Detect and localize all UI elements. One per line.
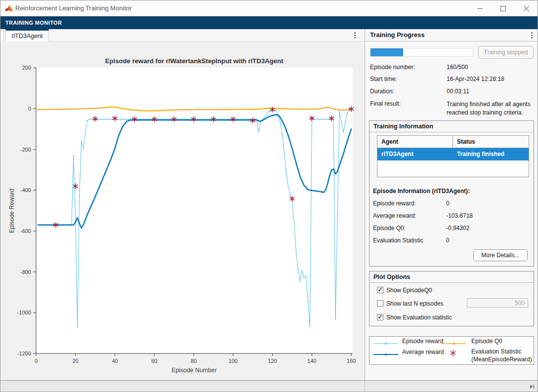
agent-status-table: Agent Status rlTD3Agent Training finishe… — [377, 135, 529, 177]
episode-q0-swatch — [442, 341, 466, 346]
plot-options-title: Plot Options — [370, 272, 534, 283]
toolstrip-tab-training-monitor[interactable]: TRAINING MONITOR — [5, 20, 62, 26]
maximize-icon — [500, 6, 506, 11]
start-time-value: 16-Apr-2024 12:28:18 — [447, 76, 504, 82]
more-details-button[interactable]: More Details... — [473, 249, 528, 261]
close-button[interactable] — [515, 0, 538, 16]
final-result-value: Training finished after all agents reach… — [447, 100, 535, 117]
table-row-rltd3agent[interactable]: rlTD3Agent Training finished — [377, 148, 529, 160]
show-episodeq0-label[interactable]: Show EpisodeQ0 — [386, 287, 432, 294]
episode-number-value: 160/500 — [447, 64, 468, 71]
evaluation-statistic-value: 0 — [446, 237, 450, 244]
training-progress-bar — [370, 48, 473, 57]
tab-rltd3agent[interactable]: rlTD3Agent — [5, 29, 49, 41]
minimize-icon — [477, 6, 483, 11]
final-result-label: Final result: — [370, 100, 401, 107]
n-episodes-input[interactable] — [467, 298, 528, 308]
svg-text:20: 20 — [73, 358, 79, 364]
svg-text:80: 80 — [191, 358, 197, 364]
show-last-n-episodes-label[interactable]: Show last N episodes — [386, 300, 443, 307]
episode-reward-swatch — [373, 341, 398, 346]
svg-text:Episode reward for rlWatertank: Episode reward for rlWatertankStepInput … — [105, 57, 284, 65]
start-time-label: Start time: — [370, 76, 397, 82]
collapse-panel-icon[interactable] — [529, 384, 535, 390]
training-progress-title: Training Progress — [370, 31, 425, 39]
status-bar — [0, 380, 538, 392]
duration-label: Duration: — [370, 88, 394, 95]
duration-value: 00:03:11 — [447, 88, 469, 95]
svg-text:40: 40 — [112, 358, 118, 364]
evaluation-statistic-label: Evaluation Statistic — [373, 237, 423, 244]
svg-text:60: 60 — [151, 358, 157, 364]
average-reward-swatch — [373, 352, 398, 357]
svg-text:Episode Reward: Episode Reward — [8, 189, 15, 233]
status-bar-divider — [365, 381, 365, 392]
progress-panel-menu-button[interactable] — [528, 31, 535, 39]
status-cell: Training finished — [453, 148, 529, 160]
close-icon — [524, 6, 529, 11]
episode-q0-value: -0.94302 — [446, 225, 469, 232]
document-tab-strip: rlTD3Agent — [0, 29, 365, 41]
svg-text:100: 100 — [229, 358, 238, 364]
episode-reward-label: Episode reward: — [373, 200, 416, 207]
show-evaluation-statistic-checkbox[interactable]: ✓ — [377, 314, 383, 320]
evaluation-statistic-marker — [450, 350, 456, 356]
training-progress-fill — [371, 48, 403, 56]
agent-cell: rlTD3Agent — [377, 148, 453, 160]
minimize-button[interactable] — [468, 0, 491, 16]
average-reward-value: -103.6718 — [446, 212, 473, 219]
svg-text:Episode Number: Episode Number — [171, 367, 217, 374]
legend-episode-q0: Episode Q0 — [471, 338, 502, 345]
legend-evaluation-statistic: Evaluation Statistic (MeanEpisodeReward) — [471, 348, 532, 363]
episode-reward-value: 0 — [446, 200, 450, 207]
average-reward-label: Average reward: — [373, 212, 416, 219]
table-header-row: Agent Status — [377, 136, 529, 148]
matlab-icon — [4, 5, 13, 12]
svg-text:200: 200 — [22, 65, 31, 71]
svg-text:-200: -200 — [20, 147, 31, 153]
show-episodeq0-checkbox[interactable]: ✓ — [377, 287, 383, 293]
svg-text:-400: -400 — [20, 187, 31, 193]
column-header-agent: Agent — [377, 136, 453, 148]
legend-episode-reward: Episode reward — [402, 338, 443, 345]
training-stopped-button[interactable]: Training stopped — [478, 46, 534, 59]
chart-legend: Episode reward Average reward Episode Q0… — [369, 336, 534, 365]
training-plot-figure: 0204060801001201401602000-200-400-600-80… — [0, 41, 365, 380]
show-evaluation-statistic-label[interactable]: Show Evaluation statistic — [386, 314, 452, 321]
window-title: Reinforcement Learning Training Monitor — [15, 4, 132, 12]
svg-text:140: 140 — [307, 358, 316, 364]
svg-text:0: 0 — [35, 358, 38, 364]
episode-reward-chart: 0204060801001201401602000-200-400-600-80… — [0, 41, 365, 380]
episode-information-title: Episode Information (rlTD3Agent): — [373, 188, 470, 195]
window-titlebar: Reinforcement Learning Training Monitor — [0, 0, 538, 16]
toolstrip: TRAINING MONITOR — [0, 16, 538, 29]
column-header-status: Status — [453, 136, 529, 148]
maximize-button[interactable] — [492, 0, 514, 16]
episode-q0-label: Episode Q0: — [373, 225, 406, 232]
show-last-n-episodes-checkbox[interactable] — [377, 300, 383, 307]
rl-training-monitor-window: Reinforcement Learning Training Monitor … — [0, 0, 538, 392]
legend-average-reward: Average reward — [402, 349, 444, 355]
plot-panel-menu-button[interactable] — [351, 31, 358, 39]
svg-text:-800: -800 — [20, 269, 31, 275]
svg-text:-1000: -1000 — [17, 310, 31, 315]
svg-text:0: 0 — [28, 106, 31, 112]
episode-number-label: Episode number: — [370, 64, 415, 71]
svg-text:-1200: -1200 — [17, 351, 31, 356]
training-progress-header: Training Progress — [365, 29, 538, 41]
training-information-title: Training Information — [370, 121, 534, 132]
svg-text:120: 120 — [268, 358, 277, 364]
svg-text:160: 160 — [347, 358, 356, 364]
svg-text:-600: -600 — [20, 228, 31, 234]
